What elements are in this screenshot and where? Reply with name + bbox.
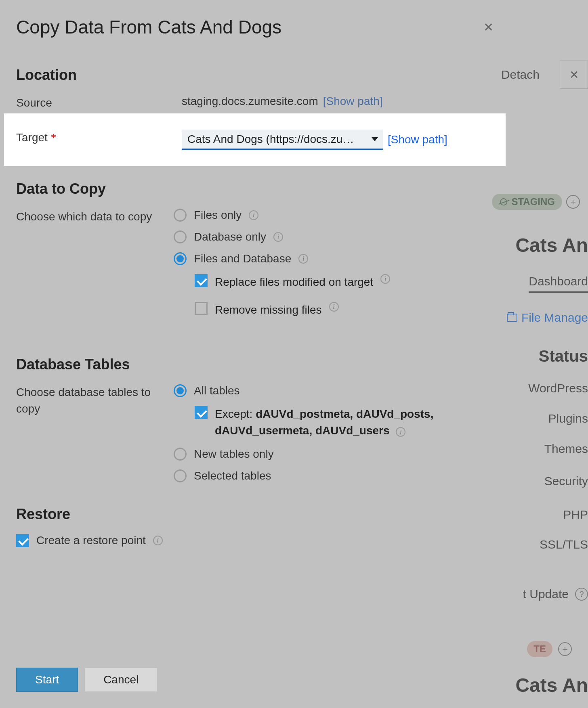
radio-files-and-db-label: Files and Database [194, 252, 291, 265]
copy-data-modal: Copy Data From Cats And Dogs ✕ Location … [0, 0, 510, 708]
check-replace-modified[interactable] [195, 274, 208, 287]
info-icon[interactable]: i [273, 232, 283, 242]
radio-all-tables-label: All tables [194, 384, 240, 397]
chevron-down-icon [372, 137, 378, 141]
target-show-path-link[interactable]: [Show path] [388, 133, 447, 146]
check-create-restore-point[interactable] [16, 534, 29, 547]
check-except-tables[interactable] [195, 406, 208, 419]
source-show-path-link[interactable]: [Show path] [323, 95, 383, 108]
check-remove-missing[interactable] [195, 302, 208, 315]
location-heading: Location [16, 67, 494, 84]
except-tables-text: Except: dAUVd_postmeta, dAUVd_posts, dAU… [215, 406, 494, 439]
source-value: staging.docs.zumesite.com [182, 95, 318, 108]
radio-new-tables-only[interactable] [174, 448, 187, 461]
close-icon[interactable]: ✕ [483, 20, 494, 34]
info-icon[interactable]: i [329, 302, 339, 312]
info-icon[interactable]: i [380, 274, 390, 284]
divider [16, 656, 494, 656]
modal-title: Copy Data From Cats And Dogs [16, 16, 494, 50]
info-icon[interactable]: i [249, 210, 258, 220]
info-icon[interactable]: i [396, 427, 405, 437]
cancel-button[interactable]: Cancel [84, 668, 158, 692]
divider [16, 50, 494, 50]
radio-new-tables-only-label: New tables only [194, 448, 274, 461]
radio-files-only[interactable] [174, 209, 187, 222]
info-icon[interactable]: i [298, 254, 308, 264]
check-remove-missing-label: Remove missing files [215, 302, 322, 318]
info-icon[interactable]: i [153, 536, 163, 545]
radio-selected-tables[interactable] [174, 469, 187, 482]
radio-all-tables[interactable] [174, 384, 187, 397]
target-label: Target * [16, 130, 174, 144]
choose-data-label: Choose which data to copy [16, 209, 174, 225]
data-to-copy-heading: Data to Copy [16, 180, 494, 197]
check-create-restore-point-label: Create a restore point [36, 534, 146, 547]
radio-database-only-label: Database only [194, 230, 266, 243]
choose-tables-label: Choose database tables to copy [16, 384, 174, 417]
source-label: Source [16, 95, 174, 109]
radio-files-only-label: Files only [194, 209, 242, 222]
db-tables-heading: Database Tables [16, 356, 494, 373]
target-highlight-region: Target * Cats And Dogs (https://docs.zu…… [4, 113, 506, 166]
target-select[interactable]: Cats And Dogs (https://docs.zu… [182, 130, 383, 150]
check-replace-modified-label: Replace files modified on target [215, 274, 373, 291]
radio-selected-tables-label: Selected tables [194, 469, 271, 482]
radio-files-and-db[interactable] [174, 252, 187, 265]
restore-heading: Restore [16, 506, 494, 523]
radio-database-only[interactable] [174, 230, 187, 243]
start-button[interactable]: Start [16, 668, 78, 692]
